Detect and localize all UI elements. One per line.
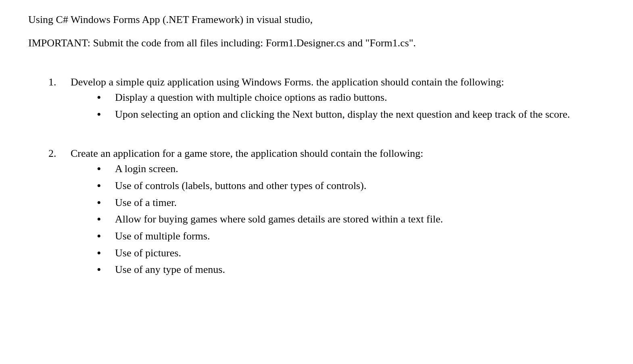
item-text: Develop a simple quiz application using …	[71, 76, 504, 88]
item-number: 2.	[48, 146, 56, 161]
important-paragraph: IMPORTANT: Submit the code from all file…	[28, 35, 605, 51]
bullet-item: Upon selecting an option and clicking th…	[93, 107, 605, 122]
bullet-item: Use of pictures.	[93, 245, 605, 261]
item-number: 1.	[48, 75, 56, 90]
bullet-item: Use of multiple forms.	[93, 229, 605, 244]
list-item-2: 2. Create an application for a game stor…	[48, 146, 605, 277]
bullet-item: Use of any type of menus.	[93, 262, 605, 277]
intro-paragraph: Using C# Windows Forms App (.NET Framewo…	[28, 12, 605, 27]
bullet-item: Display a question with multiple choice …	[93, 90, 605, 105]
bullet-item: A login screen.	[93, 161, 605, 177]
bullet-item: Use of a timer.	[93, 195, 605, 210]
bullet-list: Display a question with multiple choice …	[71, 90, 605, 122]
bullet-item: Allow for buying games where sold games …	[93, 212, 605, 227]
numbered-list: 1. Develop a simple quiz application usi…	[28, 75, 605, 277]
bullet-item: Use of controls (labels, buttons and oth…	[93, 178, 605, 193]
list-item-1: 1. Develop a simple quiz application usi…	[48, 75, 605, 122]
bullet-list: A login screen. Use of controls (labels,…	[71, 161, 605, 277]
item-text: Create an application for a game store, …	[71, 148, 423, 159]
